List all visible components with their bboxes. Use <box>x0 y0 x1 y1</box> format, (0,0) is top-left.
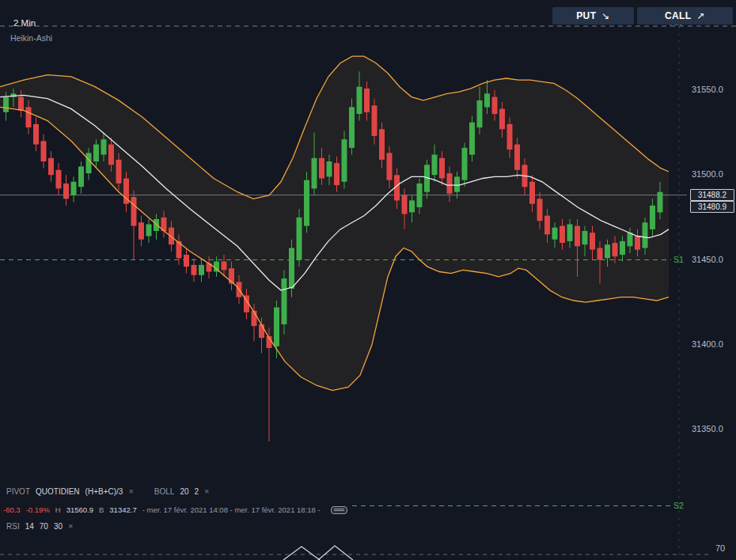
indicator-row-rsi: RSI 14 70 30 × <box>6 522 73 531</box>
price-axis-tick: 31550.0 <box>692 85 723 94</box>
indicator-row-pivot-boll: PIVOT QUOTIDIEN (H+B+C)/3 × BOLL 20 2 × <box>6 487 210 496</box>
current-price-value: 31488.2 <box>698 191 727 199</box>
price-change-percent: -0.19% <box>26 505 50 514</box>
pivot-indicator-param: QUOTIDIEN <box>36 487 80 496</box>
scroll-handle[interactable] <box>331 506 347 514</box>
boll-indicator-name: BOLL <box>154 487 175 496</box>
pivot-indicator-name: PIVOT <box>6 487 30 496</box>
high-value: 31560.9 <box>66 505 93 514</box>
put-button-label: PUT <box>576 10 596 21</box>
entry-price-value: 31480.9 <box>698 202 727 211</box>
current-price-badge: 31488.2 <box>690 189 734 201</box>
high-label: H <box>55 505 61 514</box>
rsi-lower-param: 30 <box>54 522 63 531</box>
price-axis[interactable]: 31550.031500.031450.031400.031350.0 <box>690 0 736 560</box>
chart-canvas[interactable] <box>0 0 736 560</box>
low-label: B <box>99 505 104 514</box>
ohlc-status-row: -60.3 -0.19% H 31560.9 B 31342.7 - mer. … <box>3 505 347 514</box>
chart-type-label: Heikin-Ashi <box>10 33 52 43</box>
price-axis-tick: 31500.0 <box>692 169 723 179</box>
pivot-indicator-formula: (H+B+C)/3 <box>85 487 123 496</box>
boll-close-button[interactable]: × <box>204 487 209 496</box>
arrow-down-right-icon: ↘ <box>601 10 609 21</box>
price-change-value: -60.3 <box>3 505 21 514</box>
rsi-indicator-name: RSI <box>6 522 20 531</box>
price-axis-tick: 31450.0 <box>692 255 723 264</box>
boll-period-param: 20 <box>180 487 188 496</box>
price-axis-tick: 31350.0 <box>692 424 723 433</box>
rsi-period-param: 14 <box>25 522 34 531</box>
call-button-label: CALL <box>665 10 692 21</box>
pivot-s1-label: S1 <box>673 255 684 264</box>
entry-price-badge: 31480.9 <box>690 201 734 213</box>
pivot-close-button[interactable]: × <box>128 487 133 496</box>
low-value: 31342.7 <box>109 505 136 514</box>
rsi-upper-param: 70 <box>40 522 48 531</box>
rsi-close-button[interactable]: × <box>68 522 73 531</box>
timeframe-label: 2 Min <box>13 18 36 28</box>
put-button[interactable]: PUT ↘ <box>552 7 634 25</box>
price-axis-tick: 31400.0 <box>692 339 723 349</box>
trading-chart-app: 2 Min Heikin-Ashi FIX PUT ↘ CALL ↗ 31550… <box>0 0 736 560</box>
boll-deviation-param: 2 <box>195 487 199 496</box>
time-range-label: - mer. 17 févr. 2021 14:08 - mer. 17 fév… <box>142 505 321 514</box>
pivot-s2-label: S2 <box>673 501 684 510</box>
rsi-70-axis-label: 70 <box>715 543 725 553</box>
